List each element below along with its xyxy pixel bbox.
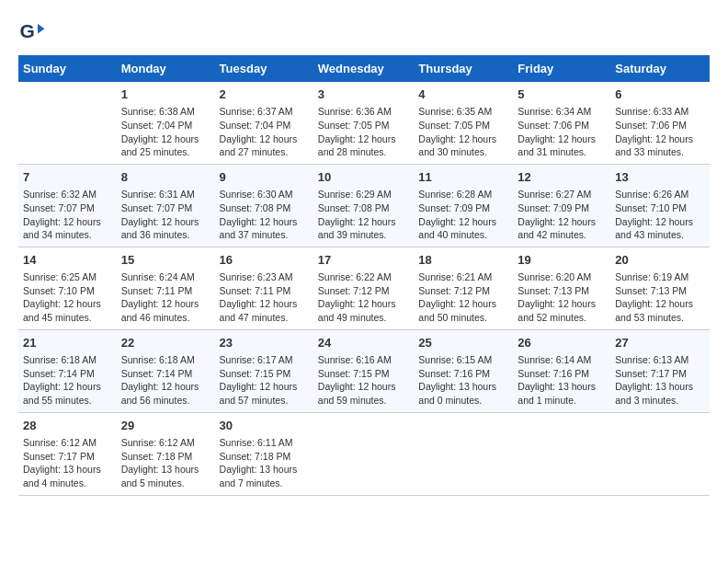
day-number: 1 bbox=[121, 86, 210, 103]
logo: G bbox=[18, 18, 48, 46]
day-cell: 27Sunrise: 6:13 AM Sunset: 7:17 PM Dayli… bbox=[610, 329, 710, 412]
day-cell: 17Sunrise: 6:22 AM Sunset: 7:12 PM Dayli… bbox=[313, 247, 415, 329]
day-number: 20 bbox=[615, 252, 705, 269]
day-cell: 11Sunrise: 6:28 AM Sunset: 7:09 PM Dayli… bbox=[414, 164, 513, 247]
day-info: Sunrise: 6:17 AM Sunset: 7:15 PM Dayligh… bbox=[220, 353, 309, 408]
day-cell: 2Sunrise: 6:37 AM Sunset: 7:04 PM Daylig… bbox=[215, 82, 313, 164]
col-header-saturday: Saturday bbox=[610, 55, 710, 82]
day-cell: 6Sunrise: 6:33 AM Sunset: 7:06 PM Daylig… bbox=[610, 82, 710, 164]
day-number: 10 bbox=[318, 169, 410, 186]
day-info: Sunrise: 6:15 AM Sunset: 7:16 PM Dayligh… bbox=[418, 353, 508, 408]
day-cell: 24Sunrise: 6:16 AM Sunset: 7:15 PM Dayli… bbox=[313, 329, 415, 412]
day-info: Sunrise: 6:14 AM Sunset: 7:16 PM Dayligh… bbox=[518, 353, 606, 408]
day-info: Sunrise: 6:28 AM Sunset: 7:09 PM Dayligh… bbox=[418, 188, 508, 242]
col-header-thursday: Thursday bbox=[414, 55, 513, 82]
day-number: 26 bbox=[518, 335, 606, 351]
week-row-3: 14Sunrise: 6:25 AM Sunset: 7:10 PM Dayli… bbox=[18, 247, 710, 329]
day-number: 7 bbox=[23, 169, 112, 186]
day-number: 21 bbox=[23, 335, 112, 351]
day-cell: 8Sunrise: 6:31 AM Sunset: 7:07 PM Daylig… bbox=[117, 164, 215, 247]
week-row-1: 1Sunrise: 6:38 AM Sunset: 7:04 PM Daylig… bbox=[18, 82, 710, 164]
day-cell: 15Sunrise: 6:24 AM Sunset: 7:11 PM Dayli… bbox=[117, 247, 215, 329]
calendar-table: SundayMondayTuesdayWednesdayThursdayFrid… bbox=[18, 55, 710, 496]
day-info: Sunrise: 6:27 AM Sunset: 7:09 PM Dayligh… bbox=[518, 188, 606, 242]
day-info: Sunrise: 6:18 AM Sunset: 7:14 PM Dayligh… bbox=[121, 353, 210, 408]
day-number: 8 bbox=[121, 169, 210, 186]
day-number: 17 bbox=[318, 252, 410, 269]
day-cell bbox=[610, 412, 710, 495]
day-info: Sunrise: 6:30 AM Sunset: 7:08 PM Dayligh… bbox=[220, 188, 309, 242]
day-cell bbox=[513, 412, 610, 495]
day-number: 11 bbox=[418, 169, 508, 186]
day-cell: 12Sunrise: 6:27 AM Sunset: 7:09 PM Dayli… bbox=[513, 164, 610, 247]
day-info: Sunrise: 6:37 AM Sunset: 7:04 PM Dayligh… bbox=[220, 105, 309, 159]
day-cell: 29Sunrise: 6:12 AM Sunset: 7:18 PM Dayli… bbox=[117, 412, 215, 495]
day-cell: 9Sunrise: 6:30 AM Sunset: 7:08 PM Daylig… bbox=[215, 164, 313, 247]
logo-icon: G bbox=[18, 18, 46, 46]
day-info: Sunrise: 6:18 AM Sunset: 7:14 PM Dayligh… bbox=[23, 353, 112, 408]
day-cell: 25Sunrise: 6:15 AM Sunset: 7:16 PM Dayli… bbox=[414, 329, 513, 412]
day-number: 9 bbox=[220, 169, 309, 186]
day-number: 25 bbox=[418, 335, 508, 351]
header-row: SundayMondayTuesdayWednesdayThursdayFrid… bbox=[18, 55, 710, 82]
col-header-wednesday: Wednesday bbox=[313, 55, 415, 82]
day-info: Sunrise: 6:38 AM Sunset: 7:04 PM Dayligh… bbox=[121, 105, 210, 159]
day-number: 2 bbox=[220, 86, 309, 103]
day-number: 22 bbox=[121, 335, 210, 351]
day-cell: 21Sunrise: 6:18 AM Sunset: 7:14 PM Dayli… bbox=[18, 329, 117, 412]
day-info: Sunrise: 6:19 AM Sunset: 7:13 PM Dayligh… bbox=[615, 270, 705, 325]
day-info: Sunrise: 6:32 AM Sunset: 7:07 PM Dayligh… bbox=[23, 188, 112, 242]
page-header: G bbox=[18, 18, 710, 46]
col-header-tuesday: Tuesday bbox=[215, 55, 313, 82]
week-row-4: 21Sunrise: 6:18 AM Sunset: 7:14 PM Dayli… bbox=[18, 329, 710, 412]
day-number: 16 bbox=[220, 252, 309, 269]
day-number: 24 bbox=[318, 335, 410, 351]
day-number: 15 bbox=[121, 252, 210, 269]
day-info: Sunrise: 6:12 AM Sunset: 7:18 PM Dayligh… bbox=[121, 436, 210, 490]
day-cell: 28Sunrise: 6:12 AM Sunset: 7:17 PM Dayli… bbox=[18, 412, 117, 495]
day-cell: 5Sunrise: 6:34 AM Sunset: 7:06 PM Daylig… bbox=[513, 82, 610, 164]
day-info: Sunrise: 6:22 AM Sunset: 7:12 PM Dayligh… bbox=[318, 270, 410, 325]
day-cell bbox=[313, 412, 415, 495]
svg-text:G: G bbox=[20, 20, 35, 41]
day-cell: 3Sunrise: 6:36 AM Sunset: 7:05 PM Daylig… bbox=[313, 82, 415, 164]
day-number: 23 bbox=[220, 335, 309, 351]
day-info: Sunrise: 6:20 AM Sunset: 7:13 PM Dayligh… bbox=[518, 270, 606, 325]
col-header-friday: Friday bbox=[513, 55, 610, 82]
day-number: 18 bbox=[418, 252, 508, 269]
day-number: 30 bbox=[220, 418, 309, 434]
day-cell: 20Sunrise: 6:19 AM Sunset: 7:13 PM Dayli… bbox=[610, 247, 710, 329]
day-info: Sunrise: 6:25 AM Sunset: 7:10 PM Dayligh… bbox=[23, 270, 112, 325]
day-cell: 19Sunrise: 6:20 AM Sunset: 7:13 PM Dayli… bbox=[513, 247, 610, 329]
day-number: 19 bbox=[518, 252, 606, 269]
day-info: Sunrise: 6:13 AM Sunset: 7:17 PM Dayligh… bbox=[615, 353, 705, 408]
day-cell: 22Sunrise: 6:18 AM Sunset: 7:14 PM Dayli… bbox=[117, 329, 215, 412]
day-info: Sunrise: 6:26 AM Sunset: 7:10 PM Dayligh… bbox=[615, 188, 705, 242]
day-cell: 18Sunrise: 6:21 AM Sunset: 7:12 PM Dayli… bbox=[414, 247, 513, 329]
day-info: Sunrise: 6:34 AM Sunset: 7:06 PM Dayligh… bbox=[518, 105, 606, 159]
day-cell: 7Sunrise: 6:32 AM Sunset: 7:07 PM Daylig… bbox=[18, 164, 117, 247]
svg-marker-1 bbox=[38, 24, 45, 34]
day-cell: 30Sunrise: 6:11 AM Sunset: 7:18 PM Dayli… bbox=[215, 412, 313, 495]
col-header-sunday: Sunday bbox=[18, 55, 117, 82]
day-cell: 10Sunrise: 6:29 AM Sunset: 7:08 PM Dayli… bbox=[313, 164, 415, 247]
week-row-5: 28Sunrise: 6:12 AM Sunset: 7:17 PM Dayli… bbox=[18, 412, 710, 495]
day-cell: 1Sunrise: 6:38 AM Sunset: 7:04 PM Daylig… bbox=[117, 82, 215, 164]
day-number: 5 bbox=[518, 86, 606, 103]
week-row-2: 7Sunrise: 6:32 AM Sunset: 7:07 PM Daylig… bbox=[18, 164, 710, 247]
day-info: Sunrise: 6:24 AM Sunset: 7:11 PM Dayligh… bbox=[121, 270, 210, 325]
col-header-monday: Monday bbox=[117, 55, 215, 82]
day-info: Sunrise: 6:35 AM Sunset: 7:05 PM Dayligh… bbox=[418, 105, 508, 159]
day-number: 29 bbox=[121, 418, 210, 434]
day-number: 14 bbox=[23, 252, 112, 269]
day-number: 13 bbox=[615, 169, 705, 186]
day-info: Sunrise: 6:21 AM Sunset: 7:12 PM Dayligh… bbox=[418, 270, 508, 325]
day-number: 28 bbox=[23, 418, 112, 434]
day-number: 27 bbox=[615, 335, 705, 351]
day-cell: 16Sunrise: 6:23 AM Sunset: 7:11 PM Dayli… bbox=[215, 247, 313, 329]
day-number: 12 bbox=[518, 169, 606, 186]
day-cell: 4Sunrise: 6:35 AM Sunset: 7:05 PM Daylig… bbox=[414, 82, 513, 164]
day-cell bbox=[414, 412, 513, 495]
day-info: Sunrise: 6:36 AM Sunset: 7:05 PM Dayligh… bbox=[318, 105, 410, 159]
day-info: Sunrise: 6:16 AM Sunset: 7:15 PM Dayligh… bbox=[318, 353, 410, 408]
